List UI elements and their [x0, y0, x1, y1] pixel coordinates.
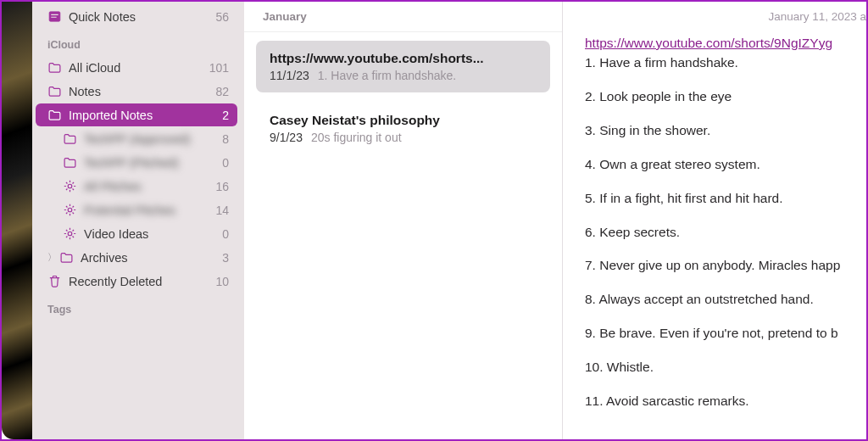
note-date-short: 9/1/23	[270, 131, 303, 144]
note-body-line: 9. Be brave. Even if you're not, pretend…	[585, 325, 866, 343]
sidebar-item-count: 82	[215, 85, 229, 98]
sidebar-item-potential-pitches[interactable]: Potential Pitches14	[36, 198, 237, 221]
sidebar-item-count: 10	[215, 275, 229, 288]
sidebar-item-label: TechPP (Approved)	[84, 132, 215, 146]
sidebar-item-count: 0	[222, 156, 229, 170]
folder-icon	[63, 155, 77, 170]
note-date-short: 11/1/23	[270, 69, 309, 82]
sidebar-item-count: 16	[215, 180, 229, 193]
sidebar-item-label: All Pitches	[84, 180, 209, 193]
note-preview: 20s figuring it out	[311, 131, 402, 144]
sidebar-item-video-ideas[interactable]: Video Ideas0	[36, 222, 237, 245]
note-title: Casey Neistat's philosophy	[270, 113, 537, 128]
sidebar-item-count: 14	[215, 204, 229, 217]
note-preview: 1. Have a firm handshake.	[318, 69, 456, 82]
note-body-line: 5. If in a fight, hit first and hit hard…	[585, 190, 866, 208]
note-list-item[interactable]: https://www.youtube.com/shorts...11/1/23…	[256, 41, 550, 92]
wallpaper-strip	[2, 2, 32, 439]
chevron-right-icon: 〉	[47, 251, 56, 264]
note-detail-pane: January 11, 2023 a https://www.youtube.c…	[563, 2, 866, 439]
gear-icon	[63, 179, 77, 193]
quick-notes-icon	[47, 9, 62, 24]
note-title: https://www.youtube.com/shorts...	[270, 51, 537, 66]
sidebar-item-count: 8	[222, 132, 229, 146]
sidebar-item-archives[interactable]: 〉Archives3	[36, 246, 237, 269]
note-link[interactable]: https://www.youtube.com/shorts/9NgIZYyg	[585, 36, 832, 50]
gear-icon	[63, 226, 77, 241]
sidebar-item-all-icloud[interactable]: All iCloud101	[36, 56, 237, 79]
trash-icon	[47, 274, 62, 288]
sidebar-item-count: 2	[222, 109, 229, 122]
note-body-line: 3. Sing in the shower.	[585, 122, 866, 140]
month-header: January	[244, 2, 562, 32]
note-body-line: 7. Never give up on anybody. Miracles ha…	[585, 257, 866, 275]
notes-list-pane: January https://www.youtube.com/shorts..…	[244, 2, 563, 439]
note-body-line: 4. Own a great stereo system.	[585, 156, 866, 174]
sidebar-item-count: 3	[222, 251, 229, 265]
sidebar-item-label: Notes	[69, 85, 209, 98]
folder-icon	[47, 60, 62, 75]
sidebar-item-label: All iCloud	[69, 61, 203, 75]
folder-icon	[47, 84, 62, 98]
sidebar-item-imported-notes[interactable]: Imported Notes2	[36, 103, 237, 126]
sidebar-item-techpp-approved-[interactable]: TechPP (Approved)8	[36, 127, 237, 150]
note-body-line: 1. Have a firm handshake.	[585, 54, 866, 72]
sidebar-item-count: 0	[222, 227, 229, 241]
quick-notes-row[interactable]: Quick Notes 56	[36, 5, 237, 28]
note-list-item[interactable]: Casey Neistat's philosophy9/1/2320s figu…	[256, 103, 550, 154]
tags-heading: Tags	[36, 293, 237, 321]
sidebar-item-label: Video Ideas	[84, 227, 215, 241]
note-body-line: 6. Keep secrets.	[585, 224, 866, 242]
svg-rect-0	[49, 12, 60, 21]
folder-icon	[63, 131, 77, 146]
sidebar-item-label: Potential Pitches	[84, 204, 209, 217]
gear-icon	[63, 203, 77, 217]
sidebar-item-count: 101	[209, 61, 229, 75]
note-body-line: 11. Avoid sarcastic remarks.	[585, 393, 866, 410]
sidebar-item-techpp-pitched-[interactable]: TechPP (Pitched)0	[36, 151, 237, 174]
note-body-line: 8. Always accept an outstretched hand.	[585, 291, 866, 309]
note-body[interactable]: https://www.youtube.com/shorts/9NgIZYyg …	[585, 35, 866, 410]
note-body-line: 10. Whistle.	[585, 359, 866, 377]
sidebar-item-label: Recently Deleted	[69, 275, 209, 288]
quick-notes-label: Quick Notes	[69, 10, 209, 24]
quick-notes-count: 56	[215, 10, 229, 24]
sidebar-item-notes[interactable]: Notes82	[36, 80, 237, 103]
note-body-line: 2. Look people in the eye	[585, 88, 866, 106]
note-date: January 11, 2023 a	[585, 10, 866, 23]
folder-icon	[59, 250, 74, 265]
sidebar-item-recently-deleted[interactable]: Recently Deleted10	[36, 270, 237, 293]
folder-icon	[47, 108, 62, 122]
sidebar-item-label: TechPP (Pitched)	[84, 156, 215, 170]
folders-sidebar: Quick Notes 56 iCloud All iCloud101Notes…	[32, 2, 244, 439]
sidebar-item-all-pitches[interactable]: All Pitches16	[36, 175, 237, 198]
sidebar-item-label: Archives	[81, 251, 215, 265]
sidebar-item-label: Imported Notes	[69, 109, 215, 122]
icloud-heading: iCloud	[36, 29, 237, 56]
